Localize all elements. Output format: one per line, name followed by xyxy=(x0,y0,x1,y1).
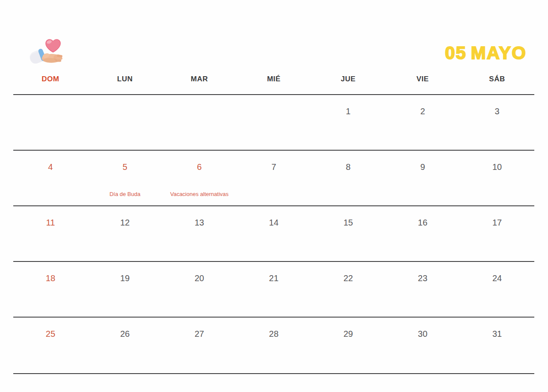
day-number: 15 xyxy=(311,217,385,228)
calendar-day-cell-1[interactable]: 1 xyxy=(311,95,385,150)
calendar-empty-cell xyxy=(162,95,237,150)
calendar-day-cell-5[interactable]: 5Día de Buda xyxy=(88,151,162,205)
calendar-day-cell-29[interactable]: 29 xyxy=(311,318,385,373)
day-number: 23 xyxy=(385,273,460,283)
day-number: 11 xyxy=(13,217,88,228)
day-number: 24 xyxy=(460,273,534,283)
day-number: 27 xyxy=(162,329,237,339)
calendar-day-cell-13[interactable]: 13 xyxy=(162,206,237,261)
weekday-header-vie: VIE xyxy=(385,72,460,94)
calendar-day-cell-16[interactable]: 16 xyxy=(385,206,460,261)
day-number: 12 xyxy=(88,217,162,228)
month-title: 05MAYO xyxy=(445,43,527,63)
day-number: 28 xyxy=(237,329,311,339)
day-number: 3 xyxy=(460,106,534,116)
calendar-empty-cell xyxy=(237,95,311,150)
calendar-day-cell-26[interactable]: 26 xyxy=(88,318,162,373)
day-number: 1 xyxy=(311,106,385,116)
calendar-day-cell-7[interactable]: 7 xyxy=(237,151,311,205)
day-number: 25 xyxy=(13,329,88,339)
calendar-week-row: 123 xyxy=(13,95,534,151)
calendar-day-cell-30[interactable]: 30 xyxy=(385,318,460,373)
day-number: 2 xyxy=(385,106,460,116)
calendar-week-row: 18192021222324 xyxy=(13,262,534,318)
hand-holding-heart-icon xyxy=(27,36,70,67)
calendar-day-cell-2[interactable]: 2 xyxy=(385,95,460,150)
weekday-header-jue: JUE xyxy=(311,72,385,94)
day-number: 17 xyxy=(460,217,534,228)
month-name: MAYO xyxy=(471,43,527,63)
day-number: 18 xyxy=(13,273,88,283)
day-number: 8 xyxy=(311,162,385,172)
calendar-page: { "header": { "month_number": "05", "mon… xyxy=(0,0,548,392)
calendar-week-row: 25262728293031 xyxy=(13,318,534,374)
day-number: 6 xyxy=(162,162,237,172)
calendar-day-cell-6[interactable]: 6Vacaciones alternativas xyxy=(162,151,237,205)
calendar-day-cell-12[interactable]: 12 xyxy=(88,206,162,261)
day-number: 29 xyxy=(311,329,385,339)
calendar-day-cell-31[interactable]: 31 xyxy=(460,318,534,373)
calendar-day-cell-21[interactable]: 21 xyxy=(237,262,311,317)
calendar-day-cell-15[interactable]: 15 xyxy=(311,206,385,261)
calendar-day-cell-25[interactable]: 25 xyxy=(13,318,88,373)
weekday-header-row: DOMLUNMARMIÉJUEVIESÁB xyxy=(13,72,534,95)
day-number: 4 xyxy=(13,162,88,172)
day-number: 16 xyxy=(385,217,460,228)
calendar-day-cell-8[interactable]: 8 xyxy=(311,151,385,205)
weekday-header-mar: MAR xyxy=(162,72,237,94)
calendar-day-cell-27[interactable]: 27 xyxy=(162,318,237,373)
calendar-day-cell-11[interactable]: 11 xyxy=(13,206,88,261)
day-number: 9 xyxy=(385,162,460,172)
day-number: 14 xyxy=(237,217,311,228)
day-number: 20 xyxy=(162,273,237,283)
day-number: 21 xyxy=(237,273,311,283)
calendar-day-cell-20[interactable]: 20 xyxy=(162,262,237,317)
day-number: 26 xyxy=(88,329,162,339)
holiday-event-label: Vacaciones alternativas xyxy=(154,191,245,198)
day-number: 22 xyxy=(311,273,385,283)
calendar-day-cell-4[interactable]: 4 xyxy=(13,151,88,205)
day-number: 19 xyxy=(88,273,162,283)
day-number: 5 xyxy=(88,162,162,172)
calendar-day-cell-19[interactable]: 19 xyxy=(88,262,162,317)
calendar-day-cell-24[interactable]: 24 xyxy=(460,262,534,317)
day-number: 7 xyxy=(237,162,311,172)
calendar-day-cell-28[interactable]: 28 xyxy=(237,318,311,373)
day-number: 31 xyxy=(460,329,534,339)
calendar-day-cell-14[interactable]: 14 xyxy=(237,206,311,261)
calendar-grid: 12345Día de Buda6Vacaciones alternativas… xyxy=(13,95,534,374)
calendar-day-cell-18[interactable]: 18 xyxy=(13,262,88,317)
day-number: 10 xyxy=(460,162,534,172)
day-number: 13 xyxy=(162,217,237,228)
calendar-empty-cell xyxy=(88,95,162,150)
calendar-week-row: 11121314151617 xyxy=(13,206,534,262)
calendar-day-cell-9[interactable]: 9 xyxy=(385,151,460,205)
calendar-day-cell-23[interactable]: 23 xyxy=(385,262,460,317)
weekday-header-sáb: SÁB xyxy=(460,72,534,94)
calendar-day-cell-22[interactable]: 22 xyxy=(311,262,385,317)
calendar-day-cell-10[interactable]: 10 xyxy=(460,151,534,205)
calendar-week-row: 45Día de Buda6Vacaciones alternativas789… xyxy=(13,151,534,206)
day-number: 30 xyxy=(385,329,460,339)
weekday-header-lun: LUN xyxy=(88,72,162,94)
calendar-empty-cell xyxy=(13,95,88,150)
calendar-day-cell-17[interactable]: 17 xyxy=(460,206,534,261)
weekday-header-mié: MIÉ xyxy=(237,72,311,94)
month-number: 05 xyxy=(445,43,467,63)
weekday-header-dom: DOM xyxy=(13,72,88,94)
calendar-day-cell-3[interactable]: 3 xyxy=(460,95,534,150)
